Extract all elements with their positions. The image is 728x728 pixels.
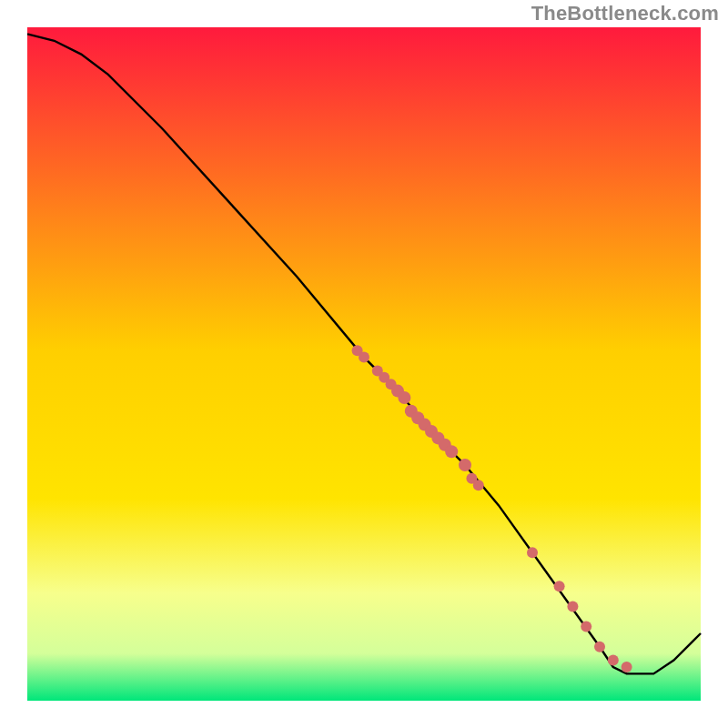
curve-marker [359, 352, 369, 363]
plot-background [27, 27, 701, 701]
curve-marker [594, 642, 605, 652]
curve-marker [567, 601, 578, 612]
curve-marker [445, 445, 458, 458]
curve-marker [608, 655, 619, 666]
curve-marker [459, 459, 471, 471]
watermark-text: TheBottleneck.com [0, 2, 728, 25]
curve-marker [473, 480, 484, 490]
curve-marker [554, 581, 565, 592]
curve-marker [581, 622, 592, 632]
bottleneck-chart: TheBottleneck.com [0, 0, 728, 728]
curve-marker [398, 391, 410, 404]
curve-marker [527, 547, 538, 558]
chart-canvas [0, 0, 728, 728]
curve-marker [622, 662, 632, 672]
